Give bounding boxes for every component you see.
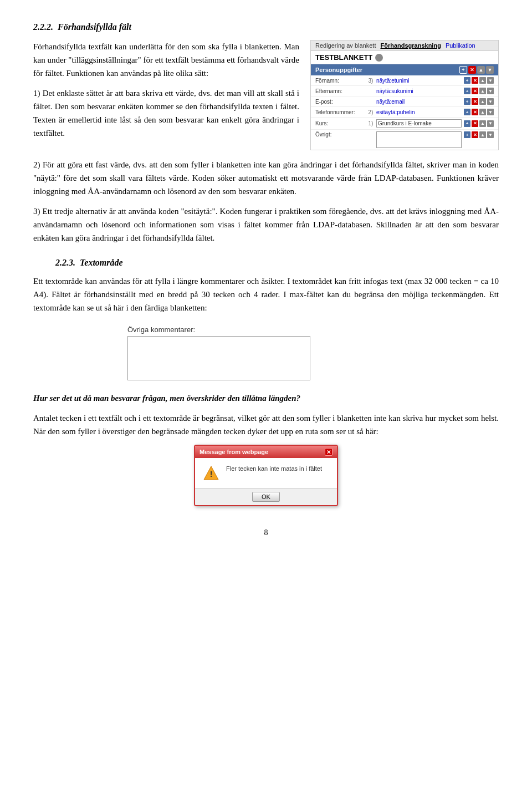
paragraph-1: Förhandsifyllda textfält kan underlätta …	[33, 40, 299, 80]
dialog-title-text: Message from webpage	[200, 449, 268, 455]
form-testblankett-row: TESTBLANKETT	[311, 51, 498, 64]
row-label-epost: E-post:	[315, 99, 365, 105]
dialog-footer: OK	[195, 488, 337, 505]
paragraph-5: Ett textområde kan användas för att fyll…	[33, 274, 499, 314]
ovrigt-textarea[interactable]	[376, 131, 462, 148]
row-up-fornamn[interactable]: ▲	[479, 77, 486, 84]
paragraph-2: 1) Det enklaste sättet är att bara skriv…	[33, 86, 299, 140]
row-actions-epost: + ✕ ▲ ▼	[464, 98, 494, 105]
section-header-label: Personuppgifter	[315, 67, 362, 73]
section-number: 2.2.2.	[33, 22, 53, 32]
row-del-ovrigt[interactable]: ✕	[472, 131, 478, 138]
row-dn-efternamn[interactable]: ▼	[487, 88, 494, 94]
row-actions-fornamn: + ✕ ▲ ▼	[464, 77, 494, 84]
down-icon[interactable]: ▼	[486, 66, 494, 74]
row-del-epost[interactable]: ✕	[472, 98, 478, 105]
form-row-fornamn: Förnamn: 3) näytä:etunimi + ✕ ▲ ▼	[311, 75, 498, 86]
dialog-body: ! Fler tecken kan inte matas in i fältet	[195, 458, 337, 488]
up-icon[interactable]: ▲	[477, 66, 485, 74]
row-dn-kurs[interactable]: ▼	[487, 120, 494, 127]
row-dn-fornamn[interactable]: ▼	[487, 77, 494, 84]
row-number-fornamn: 3)	[365, 78, 376, 84]
row-del-fornamn[interactable]: ✕	[472, 77, 478, 84]
row-value-epost: näytä:email	[376, 99, 464, 105]
row-del-telefon[interactable]: ✕	[472, 109, 478, 115]
row-del-kurs[interactable]: ✕	[472, 120, 478, 127]
row-add-epost[interactable]: +	[464, 98, 470, 105]
textarea-mock-box[interactable]	[127, 336, 310, 380]
row-label-telefon: Telefonnummer:	[315, 109, 365, 115]
row-dn-telefon[interactable]: ▼	[487, 109, 494, 115]
tab-forhand[interactable]: Förhandsgranskning	[380, 42, 441, 49]
section-title-text: Förhandsifyllda fält	[58, 22, 131, 32]
form-row-telefon: Telefonnummer: 2) esitäytä:puhelin + ✕ ▲…	[311, 107, 498, 118]
dialog-message-text: Fler tecken kan inte matas in i fältet	[226, 465, 322, 473]
row-add-kurs[interactable]: +	[464, 120, 470, 127]
row-add-telefon[interactable]: +	[464, 109, 470, 115]
subsection-title-text: Textområde	[80, 258, 123, 267]
row-up-epost[interactable]: ▲	[479, 98, 486, 105]
row-actions-kurs: + ✕ ▲ ▼	[464, 120, 494, 127]
subsection-number: 2.2.3.	[55, 258, 75, 267]
dialog-mockup: Message from webpage ✕ ! Fler tecken kan…	[194, 445, 338, 506]
row-add-ovrigt[interactable]: +	[464, 131, 470, 138]
row-add-fornamn[interactable]: +	[464, 77, 470, 84]
row-del-efternamn[interactable]: ✕	[472, 88, 478, 94]
subsection-heading: 2.2.3. Textområde	[55, 258, 499, 268]
text-column: Förhandsifyllda textfält kan underlätta …	[33, 40, 299, 150]
row-up-efternamn[interactable]: ▲	[479, 88, 486, 94]
row-label-ovrigt: Övrigt:	[315, 131, 365, 138]
form-row-epost: E-post: näytä:email + ✕ ▲ ▼	[311, 96, 498, 107]
row-label-efternamn: Efternamn:	[315, 88, 365, 94]
dialog-close-icon[interactable]: ✕	[325, 448, 332, 456]
row-actions-telefon: + ✕ ▲ ▼	[464, 109, 494, 115]
section-header-icons: + ✕ ▲ ▼	[459, 66, 494, 74]
row-up-ovrigt[interactable]: ▲	[479, 131, 486, 138]
form-section-header: Personuppgifter + ✕ ▲ ▼	[311, 64, 498, 75]
row-actions-efternamn: + ✕ ▲ ▼	[464, 88, 494, 94]
figure-column: Redigering av blankett Förhandsgransknin…	[310, 40, 499, 150]
svg-text:!: !	[210, 470, 213, 479]
form-mockup: Redigering av blankett Förhandsgransknin…	[310, 40, 499, 150]
form-title-bar: Redigering av blankett Förhandsgransknin…	[311, 40, 498, 51]
textarea-mock-label: Övriga kommentarer:	[127, 325, 405, 334]
row-add-efternamn[interactable]: +	[464, 88, 470, 94]
page-number: 8	[33, 528, 499, 537]
row-up-telefon[interactable]: ▲	[479, 109, 486, 115]
row-label-kurs: Kurs:	[315, 120, 365, 126]
textarea-mockup-container: Övriga kommentarer:	[127, 325, 405, 380]
row-value-telefon: esitäytä:puhelin	[376, 109, 464, 115]
row-number-kurs: 1)	[365, 120, 376, 126]
paragraph-3: 2) För att göra ett fast värde, dvs. att…	[33, 158, 499, 198]
form-row-kurs: Kurs: 1) Grundkurs i E-lomake + ✕ ▲ ▼	[311, 118, 498, 130]
row-value-fornamn: näytä:etunimi	[376, 78, 464, 84]
gear-icon[interactable]	[375, 54, 383, 62]
dialog-title-bar: Message from webpage ✕	[195, 446, 337, 458]
row-dn-ovrigt[interactable]: ▼	[487, 131, 494, 138]
warning-icon: !	[203, 465, 219, 481]
row-label-fornamn: Förnamn:	[315, 78, 365, 84]
dialog-ok-button[interactable]: OK	[252, 492, 280, 502]
content-with-figure: Förhandsifyllda textfält kan underlätta …	[33, 40, 499, 150]
tab-publikation[interactable]: Publikation	[446, 42, 475, 49]
row-actions-ovrigt: + ✕ ▲ ▼	[464, 131, 494, 138]
paragraph-6-bold: Hur ser det ut då man besvarar frågan, m…	[33, 391, 499, 405]
paragraph-6: Antalet tecken i ett textfält och i ett …	[33, 411, 499, 438]
title-bar-label: Redigering av blankett	[315, 42, 376, 49]
row-value-efternamn: näytä:sukunimi	[376, 88, 464, 94]
testblankett-label: TESTBLANKETT	[315, 53, 372, 62]
form-row-efternamn: Efternamn: näytä:sukunimi + ✕ ▲ ▼	[311, 86, 498, 96]
kurs-select[interactable]: Grundkurs i E-lomake	[376, 119, 462, 128]
row-number-telefon: 2)	[365, 109, 376, 115]
paragraph-4: 3) Ett tredje alternativ är att använda …	[33, 205, 499, 245]
row-up-kurs[interactable]: ▲	[479, 120, 486, 127]
delete-icon[interactable]: ✕	[468, 66, 476, 74]
add-icon[interactable]: +	[459, 66, 467, 74]
form-row-ovrigt: Övrigt: + ✕ ▲ ▼	[311, 130, 498, 150]
section-heading: 2.2.2. Förhandsifyllda fält	[33, 22, 499, 32]
paragraph-6-bold-text: Hur ser det ut då man besvarar frågan, m…	[33, 394, 300, 403]
row-dn-epost[interactable]: ▼	[487, 98, 494, 105]
